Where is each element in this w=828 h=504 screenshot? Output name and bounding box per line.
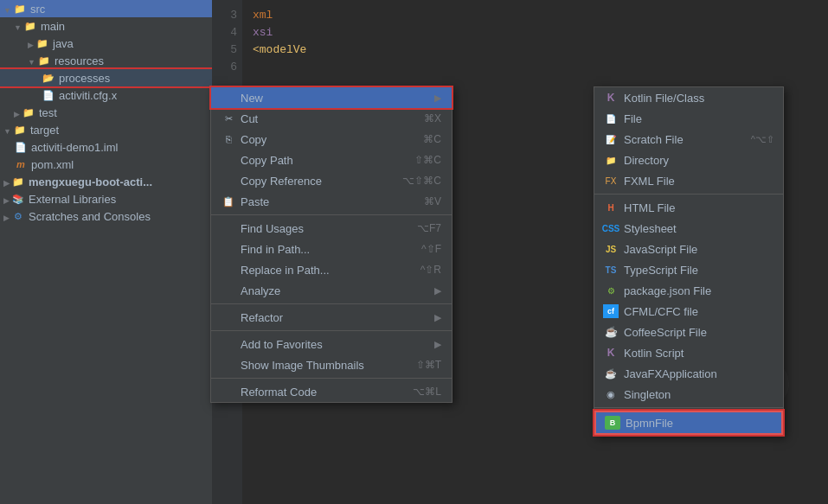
new-icon — [221, 91, 235, 105]
folder-icon: 📁 — [37, 54, 51, 67]
submenu-label-js: JavaScript File — [624, 243, 697, 256]
context-menu-thumbnails[interactable]: Show Image Thumbnails ⇧⌘T — [211, 354, 452, 375]
submenu-label-package-json: package.json File — [624, 284, 711, 297]
tree-item-processes[interactable]: 📂 processes — [0, 69, 212, 86]
menu-label-analyze: Analyze — [241, 284, 427, 297]
separator-3 — [211, 330, 452, 331]
scratch-icon: ⚙ — [11, 209, 25, 223]
tree-item-resources[interactable]: 📁 resources — [0, 52, 212, 69]
tree-item-external-libs[interactable]: 📚 External Libraries — [0, 190, 212, 207]
folder-icon: 📁 — [13, 2, 27, 16]
copy-path-icon — [221, 153, 235, 167]
submenu-javafx[interactable]: ☕ JavaFXApplication — [594, 363, 783, 384]
line-num: 3 — [217, 7, 237, 24]
submenu-label-coffee: CoffeeScript File — [624, 326, 707, 339]
tree-item-pom[interactable]: m pom.xml — [0, 156, 212, 173]
kotlin-script-icon: K — [603, 346, 619, 360]
submenu-fxml[interactable]: FX FXML File — [594, 170, 783, 191]
tree-label: activiti.cfg.x — [59, 89, 117, 102]
tree-item-src[interactable]: 📁 src — [0, 0, 212, 17]
tree-label: main — [41, 20, 65, 33]
favorites-icon — [221, 337, 235, 351]
submenu-bpmn[interactable]: B BpmnFile — [594, 411, 783, 435]
expand-icon — [14, 20, 23, 33]
thumbnail-icon — [221, 358, 235, 372]
submenu-label-ts: TypeScript File — [624, 264, 698, 277]
tree-item-java[interactable]: 📁 java — [0, 35, 212, 52]
context-menu-new[interactable]: New ▶ — [211, 87, 452, 108]
shortcut-reformat: ⌥⌘L — [413, 386, 441, 398]
menu-label-find-usages: Find Usages — [241, 222, 400, 235]
submenu-label-html: HTML File — [624, 201, 675, 214]
tree-item-scratches[interactable]: ⚙ Scratches and Consoles — [0, 207, 212, 225]
find-icon — [221, 221, 235, 235]
submenu-kotlin-script[interactable]: K Kotlin Script — [594, 342, 783, 363]
context-menu-find-path[interactable]: Find in Path... ^⇧F — [211, 239, 452, 259]
submenu-file[interactable]: 📄 File — [594, 108, 783, 129]
submenu-arrow: ▶ — [434, 93, 441, 104]
ts-icon: TS — [603, 263, 619, 277]
line-num: 4 — [217, 24, 237, 41]
shortcut-cut: ⌘X — [424, 112, 441, 124]
reformat-icon — [221, 385, 235, 399]
submenu-label-kotlin: Kotlin File/Class — [624, 92, 704, 105]
directory-icon: 📁 — [603, 153, 619, 167]
submenu-package-json[interactable]: ⚙ package.json File — [594, 280, 783, 301]
folder-icon: 📁 — [13, 123, 27, 137]
bpmn-icon: B — [605, 416, 620, 430]
context-menu-replace-path[interactable]: Replace in Path... ^⇧R — [211, 259, 452, 280]
shortcut-copy-ref: ⌥⇧⌘C — [402, 175, 441, 187]
separator-4 — [211, 378, 452, 379]
tree-item-test[interactable]: 📁 test — [0, 104, 212, 121]
tree-item-iml[interactable]: 📄 activiti-demo1.iml — [0, 138, 212, 156]
submenu-singleton[interactable]: ◉ Singleton — [594, 384, 783, 405]
tree-label: processes — [59, 72, 110, 85]
submenu-cfml[interactable]: cf CFML/CFC file — [594, 301, 783, 322]
analyze-icon — [221, 284, 235, 297]
menu-label-copy-ref: Copy Reference — [241, 175, 385, 188]
menu-label-paste: Paste — [241, 195, 407, 208]
tree-label: java — [53, 37, 74, 50]
file-tree: 📁 src 📁 main 📁 java 📁 resources 📂 proces… — [0, 0, 212, 504]
context-menu-reformat[interactable]: Reformat Code ⌥⌘L — [211, 381, 452, 402]
line-num: 6 — [217, 59, 237, 76]
javafx-icon: ☕ — [603, 367, 619, 380]
tree-label: mengxuegu-boot-acti... — [29, 175, 152, 188]
expand-icon — [3, 210, 11, 223]
context-menu-copy-path[interactable]: Copy Path ⇧⌘C — [211, 150, 452, 170]
context-menu-add-favorites[interactable]: Add to Favorites ▶ — [211, 334, 452, 354]
context-menu-find-usages[interactable]: Find Usages ⌥F7 — [211, 218, 452, 239]
copy-icon: ⎘ — [221, 132, 235, 146]
expand-icon — [3, 175, 11, 188]
submenu-coffee[interactable]: ☕ CoffeeScript File — [594, 322, 783, 342]
submenu-js[interactable]: JS JavaScript File — [594, 239, 783, 259]
context-menu-cut[interactable]: ✂ Cut ⌘X — [211, 108, 452, 129]
submenu-css[interactable]: CSS Stylesheet — [594, 218, 783, 239]
context-menu-paste[interactable]: 📋 Paste ⌘V — [211, 191, 452, 212]
folder-icon: 📁 — [22, 105, 35, 119]
processes-folder-icon: 📂 — [42, 71, 55, 85]
submenu-kotlin[interactable]: K Kotlin File/Class — [594, 87, 783, 108]
menu-label-replace-path: Replace in Path... — [241, 264, 403, 277]
submenu-directory[interactable]: 📁 Directory — [594, 150, 783, 170]
menu-label-copy: Copy — [241, 133, 406, 146]
tree-item-activiti-cfg[interactable]: 📄 activiti.cfg.x — [0, 86, 212, 104]
context-menu-refactor[interactable]: Refactor ▶ — [211, 307, 452, 328]
submenu-ts[interactable]: TS TypeScript File — [594, 259, 783, 280]
tree-label: resources — [55, 54, 104, 67]
tree-item-main[interactable]: 📁 main — [0, 17, 212, 35]
shortcut-find-usages: ⌥F7 — [417, 222, 441, 234]
context-menu-copy-ref[interactable]: Copy Reference ⌥⇧⌘C — [211, 170, 452, 191]
sub-separator-1 — [594, 194, 783, 195]
tree-item-mengxuegu[interactable]: 📁 mengxuegu-boot-acti... — [0, 173, 212, 190]
context-menu-analyze[interactable]: Analyze ▶ — [211, 280, 452, 301]
analyze-arrow: ▶ — [434, 285, 441, 297]
submenu-label-fxml: FXML File — [624, 175, 675, 188]
tree-item-target[interactable]: 📁 target — [0, 121, 212, 138]
coffee-icon: ☕ — [603, 325, 619, 339]
submenu-html[interactable]: H HTML File — [594, 197, 783, 218]
context-menu-copy[interactable]: ⎘ Copy ⌘C — [211, 129, 452, 150]
shortcut-copy-path: ⇧⌘C — [414, 154, 441, 166]
xml-icon: 📄 — [42, 88, 55, 102]
submenu-scratch[interactable]: 📝 Scratch File ^⌥⇧ — [594, 129, 783, 150]
